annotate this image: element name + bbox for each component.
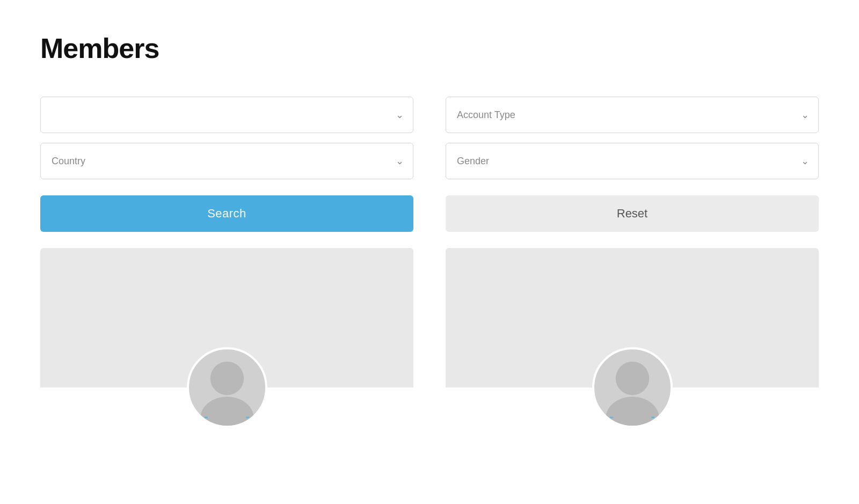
dash-right: - [651,410,655,423]
dash-right: - [246,410,250,423]
first-select[interactable] [40,97,413,133]
svg-point-0 [210,362,243,395]
card-dots: - - [204,410,250,423]
first-select-wrapper: ⌄ [40,97,413,133]
search-button[interactable]: Search [40,195,413,232]
page-title: Members [40,32,819,64]
card-avatar-wrapper: - - [40,347,413,428]
country-select[interactable]: Country United States United Kingdom Can… [40,143,413,179]
member-card: - - [446,248,819,428]
gender-select[interactable]: Gender Male Female Other [446,143,819,179]
reset-button[interactable]: Reset [446,195,819,232]
svg-point-2 [615,362,649,395]
card-dots: - - [609,410,655,423]
account-type-select-wrapper: Account Type Free Premium Business ⌄ [446,97,819,133]
country-select-wrapper: Country United States United Kingdom Can… [40,143,413,179]
gender-select-wrapper: Gender Male Female Other ⌄ [446,143,819,179]
card-avatar-wrapper: - - [446,347,819,428]
account-type-select[interactable]: Account Type Free Premium Business [446,97,819,133]
dash-left: - [609,410,613,423]
member-card: - - [40,248,413,428]
dash-left: - [204,410,208,423]
